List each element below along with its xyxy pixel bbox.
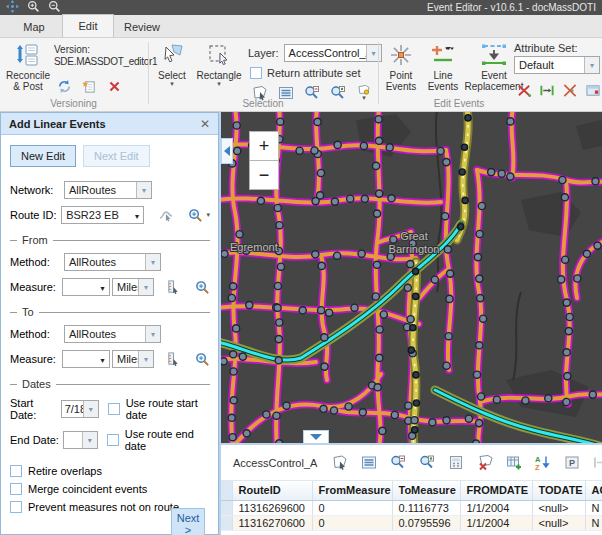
table-row[interactable]: 11316270600 0 0.0795596 1/1/2004 <null> …: [221, 515, 602, 530]
map-label-egremont: Egremont: [230, 241, 278, 253]
close-icon[interactable]: ✕: [200, 117, 210, 131]
route-id-label: Route ID:: [10, 209, 59, 221]
pan-to-selected-icon[interactable]: [419, 455, 435, 471]
end-date-label: End Date:: [10, 434, 63, 446]
split-event-icon[interactable]: [539, 82, 555, 98]
merge-coincident-checkbox[interactable]: [10, 483, 22, 495]
attribute-set-label: Attribute Set:: [514, 42, 578, 54]
tab-map[interactable]: Map: [8, 16, 60, 37]
event-editor-window: Event Editor - v10.6.1 - docMassDOTI Map…: [0, 0, 602, 535]
next-edit-button[interactable]: Next Edit: [83, 145, 150, 167]
from-measure-label: Measure:: [10, 281, 62, 293]
app-title: Event Editor - v10.6.1 - docMassDOTI: [427, 2, 596, 13]
col-routeid[interactable]: RouteID: [232, 481, 312, 500]
show-attributes-icon[interactable]: [361, 455, 377, 471]
tab-edit[interactable]: Edit: [62, 14, 114, 37]
to-measure-label: Measure:: [10, 353, 62, 365]
panel-title: Add Linear Events: [9, 118, 200, 130]
return-attribute-checkbox[interactable]: [250, 67, 262, 79]
to-measure-combo[interactable]: [62, 350, 110, 368]
ribbon-tabs: Map Edit Review: [0, 15, 602, 38]
table-row[interactable]: 11316269600 0 0.1116773 1/1/2004 <null> …: [221, 500, 602, 515]
pointer-select-icon: [160, 42, 184, 68]
svg-text:P: P: [569, 458, 575, 468]
map-zoom-out-button[interactable]: −: [249, 160, 279, 190]
select-tool-button[interactable]: Select ▾: [153, 42, 191, 87]
add-record-icon[interactable]: [506, 455, 522, 471]
event-attributes-icon[interactable]: [585, 82, 601, 98]
to-measure-on-map-icon[interactable]: [165, 351, 181, 367]
change-version-icon[interactable]: [56, 78, 72, 94]
retire-overlaps-checkbox[interactable]: [10, 465, 22, 477]
attribute-table-panel: AccessControl_A AZ P S RouteID FromMeasu…: [219, 443, 602, 535]
point-events-button[interactable]: Point Events: [382, 42, 420, 92]
to-zoom-icon[interactable]: [194, 351, 210, 367]
from-unit-select[interactable]: Miles: [112, 278, 154, 296]
from-measure-combo[interactable]: [62, 278, 110, 296]
dates-group-label: Dates: [22, 378, 51, 390]
to-method-select[interactable]: AllRoutes: [64, 325, 161, 343]
from-measure-on-map-icon[interactable]: [165, 279, 181, 295]
split-record-icon[interactable]: [593, 455, 602, 471]
zoom-to-selected-icon[interactable]: [390, 455, 406, 471]
reconcile-post-button[interactable]: Reconcile & Post: [4, 42, 52, 92]
collapse-panel-button[interactable]: [221, 138, 233, 164]
new-edit-button[interactable]: New Edit: [10, 145, 76, 167]
point-events-icon: [389, 42, 413, 68]
selection-section-label: Selection: [149, 98, 377, 109]
sort-icon[interactable]: AZ: [535, 455, 551, 471]
table-layer-name: AccessControl_A: [233, 457, 317, 469]
delete-event-icon[interactable]: [516, 82, 532, 98]
from-zoom-icon[interactable]: [194, 279, 210, 295]
point-events-label: Point Events: [382, 70, 420, 92]
event-replacement-icon: [480, 42, 508, 68]
delete-version-icon[interactable]: [106, 78, 122, 94]
version-label: Version:: [54, 44, 146, 56]
rectangle-tool-button[interactable]: Rectangle ▾: [195, 42, 243, 87]
line-events-label: Line Events: [424, 70, 462, 92]
edit-events-section-label: Edit Events: [379, 98, 539, 109]
map-zoom-in-button[interactable]: +: [249, 131, 279, 161]
col-fromdate[interactable]: FROMDATE: [460, 481, 532, 500]
use-route-end-checkbox[interactable]: [107, 434, 119, 446]
collapse-table-button[interactable]: [303, 430, 329, 443]
layer-select[interactable]: AccessControl_A: [284, 44, 382, 62]
create-version-icon[interactable]: [81, 78, 97, 94]
merge-event-icon[interactable]: [562, 82, 578, 98]
start-date-combo[interactable]: 7/18/: [61, 400, 99, 418]
tab-review[interactable]: Review: [116, 16, 168, 37]
from-method-label: Method:: [10, 256, 62, 268]
col-ac[interactable]: AC: [585, 481, 602, 500]
select-features-icon[interactable]: [332, 455, 348, 471]
attribute-set-select[interactable]: Default: [514, 56, 600, 74]
clear-selection-icon[interactable]: [477, 455, 493, 471]
col-frommeasure[interactable]: FromMeasure: [312, 481, 392, 500]
to-method-label: Method:: [10, 328, 62, 340]
field-calculator-icon[interactable]: [448, 455, 464, 471]
versioning-section-label: Versioning: [0, 98, 147, 109]
route-id-combo[interactable]: BSR23 EB: [61, 206, 144, 224]
prevent-measures-label: Prevent measures not on route: [28, 501, 179, 513]
network-label: Network:: [10, 184, 62, 196]
map-canvas[interactable]: Egremont Great Barrington + −: [219, 112, 602, 443]
to-unit-select[interactable]: Miles: [112, 350, 154, 368]
from-group-label: From: [22, 234, 48, 246]
next-button[interactable]: Next >: [171, 508, 205, 535]
ribbon: Reconcile & Post Version: SDE.MASSDOT_ed…: [0, 38, 602, 112]
line-events-button[interactable]: Line Events: [424, 42, 462, 92]
select-route-on-map-icon[interactable]: [158, 207, 174, 223]
chevron-down-icon[interactable]: [584, 57, 599, 73]
table-properties-icon[interactable]: P: [564, 455, 580, 471]
prevent-measures-checkbox[interactable]: [10, 501, 22, 513]
use-route-start-checkbox[interactable]: [108, 403, 120, 415]
from-method-select[interactable]: AllRoutes: [64, 253, 161, 271]
add-linear-events-panel: Add Linear Events ✕ New Edit Next Edit N…: [0, 112, 219, 535]
chevron-down-icon: [310, 434, 322, 440]
col-tomeasure[interactable]: ToMeasure: [392, 481, 460, 500]
to-group-label: To: [22, 306, 34, 318]
col-todate[interactable]: TODATE: [532, 481, 585, 500]
zoom-route-icon[interactable]: ▾: [188, 208, 210, 223]
end-date-combo[interactable]: [63, 431, 98, 449]
network-select[interactable]: AllRoutes: [64, 181, 152, 199]
start-date-label: Start Date:: [10, 397, 61, 421]
